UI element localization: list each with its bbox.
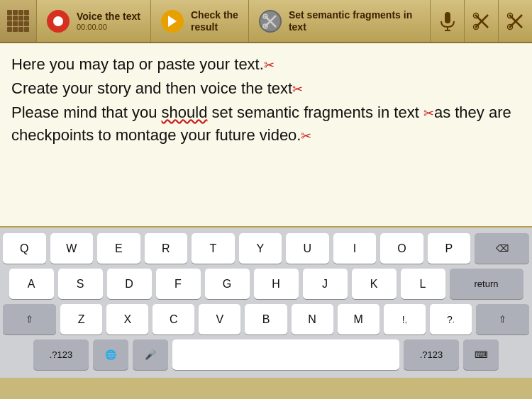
voice-text-label: Voice the text 00:00.00 bbox=[77, 11, 140, 31]
voice-text-button[interactable]: Voice the text 00:00.00 bbox=[37, 0, 151, 42]
key-space[interactable] bbox=[172, 339, 399, 370]
semantic-fragments-button[interactable]: Set semantic fragments in text bbox=[249, 0, 430, 42]
key-delete[interactable]: ⌫ bbox=[475, 233, 529, 264]
key-numbers-right[interactable]: .?123 bbox=[404, 339, 459, 370]
voice-time: 00:00.00 bbox=[77, 23, 107, 31]
key-exclaim[interactable]: !, bbox=[384, 304, 426, 335]
key-shift-right[interactable]: ⇧ bbox=[476, 304, 529, 335]
text-content-area[interactable]: Here you may tap or paste your text.✂ Cr… bbox=[0, 43, 532, 227]
semantic-title: Set semantic fragments in text bbox=[289, 9, 420, 33]
key-D[interactable]: D bbox=[107, 269, 152, 299]
key-R[interactable]: R bbox=[145, 233, 188, 264]
text-line-3: Please mind that you should set semantic… bbox=[11, 101, 521, 147]
text-line1-content: Here you may tap or paste your text. bbox=[11, 55, 264, 73]
key-numbers-left[interactable]: .?123 bbox=[33, 339, 89, 370]
play-icon bbox=[161, 10, 184, 33]
key-shift-left[interactable]: ⇧ bbox=[3, 304, 56, 335]
key-G[interactable]: G bbox=[205, 269, 250, 299]
voice-title: Voice the text bbox=[77, 11, 140, 23]
key-V[interactable]: V bbox=[199, 304, 240, 335]
scissors-marker-3: ✂ bbox=[423, 106, 434, 120]
keyboard-row-1: Q W E R T Y U I O P ⌫ bbox=[3, 233, 529, 264]
check-title: Check the bbox=[191, 9, 238, 21]
scissors-icon-2 bbox=[506, 12, 525, 30]
semantic-scissors-icon bbox=[259, 10, 282, 33]
text-should: should bbox=[162, 103, 208, 121]
key-mic-small[interactable]: 🎤 bbox=[133, 339, 168, 370]
grid-button[interactable] bbox=[0, 0, 37, 42]
key-N[interactable]: N bbox=[292, 304, 333, 335]
key-T[interactable]: T bbox=[192, 233, 235, 264]
key-A[interactable]: A bbox=[9, 269, 54, 299]
key-Q[interactable]: Q bbox=[3, 233, 46, 264]
text-line3-pre: Please mind that you bbox=[11, 103, 162, 121]
check-title2: result bbox=[191, 21, 218, 33]
scissors-marker-2: ✂ bbox=[292, 82, 303, 96]
key-C[interactable]: C bbox=[153, 304, 194, 335]
key-O[interactable]: O bbox=[380, 233, 423, 264]
key-Z[interactable]: Z bbox=[60, 304, 102, 335]
key-B[interactable]: B bbox=[245, 304, 287, 335]
key-K[interactable]: K bbox=[352, 269, 397, 299]
key-W[interactable]: W bbox=[50, 233, 94, 264]
check-result-button[interactable]: Check the result bbox=[151, 0, 249, 42]
key-globe[interactable]: 🌐 bbox=[93, 339, 128, 370]
semantic-label: Set semantic fragments in text bbox=[289, 9, 420, 33]
key-S[interactable]: S bbox=[58, 269, 103, 299]
key-return[interactable]: return bbox=[450, 269, 523, 299]
scissors-button-1[interactable] bbox=[464, 0, 498, 42]
scissors-icon-1 bbox=[472, 12, 491, 30]
grid-icon bbox=[7, 10, 29, 32]
key-Y[interactable]: Y bbox=[239, 233, 282, 264]
key-J[interactable]: J bbox=[303, 269, 348, 299]
text-line-2: Create your story and then voice the tex… bbox=[11, 77, 521, 100]
svg-rect-4 bbox=[445, 12, 450, 23]
check-result-label: Check the result bbox=[191, 9, 238, 33]
text-line2-content: Create your story and then voice the tex… bbox=[11, 79, 292, 97]
text-line3-mid: set semantic fragments in text bbox=[207, 103, 423, 121]
record-icon bbox=[47, 10, 70, 33]
mic-button[interactable] bbox=[430, 0, 464, 42]
mic-icon bbox=[440, 11, 455, 31]
keyboard: Q W E R T Y U I O P ⌫ A S D F G H J K L … bbox=[0, 227, 532, 378]
key-E[interactable]: E bbox=[97, 233, 140, 264]
toolbar: Voice the text 00:00.00 Check the result… bbox=[0, 0, 532, 43]
key-M[interactable]: M bbox=[338, 304, 379, 335]
keyboard-row-2: A S D F G H J K L return bbox=[3, 269, 529, 299]
key-question[interactable]: ?. bbox=[430, 304, 472, 335]
key-I[interactable]: I bbox=[333, 233, 377, 264]
key-F[interactable]: F bbox=[156, 269, 201, 299]
scissors-button-2[interactable] bbox=[498, 0, 532, 42]
scissors-marker-1: ✂ bbox=[264, 58, 275, 72]
key-H[interactable]: H bbox=[254, 269, 299, 299]
key-L[interactable]: L bbox=[401, 269, 445, 299]
text-line-1: Here you may tap or paste your text.✂ bbox=[11, 53, 521, 76]
key-U[interactable]: U bbox=[286, 233, 329, 264]
key-X[interactable]: X bbox=[106, 304, 148, 335]
keyboard-row-3: ⇧ Z X C V B N M !, ?. ⇧ bbox=[3, 304, 529, 335]
key-hide-keyboard[interactable]: ⌨ bbox=[463, 339, 499, 370]
scissors-marker-4: ✂ bbox=[301, 129, 311, 143]
key-P[interactable]: P bbox=[428, 233, 471, 264]
keyboard-row-4: .?123 🌐 🎤 .?123 ⌨ bbox=[3, 339, 529, 370]
